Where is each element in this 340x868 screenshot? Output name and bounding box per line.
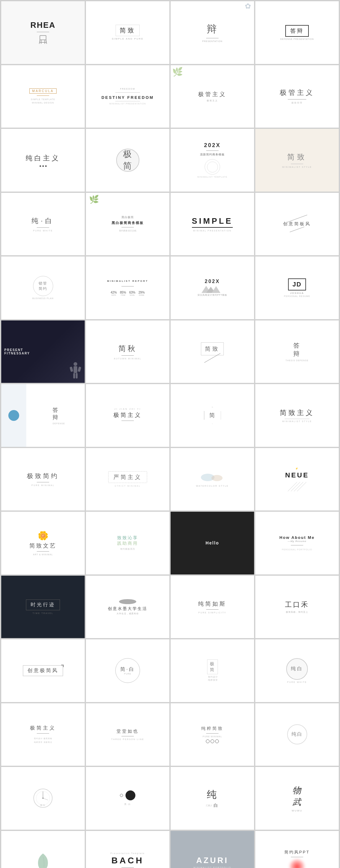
subtitle: 大学生活，感恩有你 xyxy=(117,612,139,615)
card-cnright[interactable]: 极管主义 极致管理 xyxy=(255,65,339,128)
cn-title: 答辩 xyxy=(293,341,301,358)
card-bach[interactable]: Presentation Template BACH CLASSIC MINIM… xyxy=(86,831,169,868)
figure-deco xyxy=(68,362,83,381)
cn-char: 锁管简约 xyxy=(39,281,47,291)
cn-title: 极简主义 xyxy=(30,725,56,732)
card-minimalist[interactable]: MINIMALIST REPORT 42%DATA 85%ITEM 63%GOA… xyxy=(86,256,169,319)
card-main-char: 辩 xyxy=(207,23,218,36)
card-chuangyijian[interactable]: 创意极简风 xyxy=(1,639,85,702)
circle-deco: 锁管简约 xyxy=(33,276,53,296)
card-dot-trio[interactable]: 黑·白 xyxy=(86,767,169,830)
cn-title: 纯粹简致 xyxy=(201,726,223,732)
card-chunbai3[interactable]: 纯白 xyxy=(255,703,339,766)
cn-title: 简·白 xyxy=(120,666,135,673)
card-jijian2[interactable]: JI JIAN ZHI YI 极简主义 xyxy=(86,384,169,447)
svg-rect-9 xyxy=(78,367,81,372)
card-chuncui[interactable]: 纯粹简致 PURE MINIMAL xyxy=(171,703,254,766)
card-jd[interactable]: JD JOSHUA PERSONAL RESUME xyxy=(255,256,339,319)
card-jijian3[interactable]: 极简 简约设计纯粹美学 xyxy=(171,639,254,702)
card-jianzhi-beige[interactable]: 简致 MINIMALIST STYLE xyxy=(255,129,339,192)
subtitle: AUTUMN MINIMAL xyxy=(114,358,141,360)
card-body: SIMPLE TEMPLATEMINIMAL DESIGN xyxy=(31,98,55,104)
card-jianqiu[interactable]: 简秋 AUTUMN MINIMAL xyxy=(86,320,169,383)
card-title: PRESENTFITNESSARY xyxy=(4,348,30,355)
card-ink-splash[interactable]: WATERCOLOR STYLE xyxy=(171,448,254,511)
card-gongkouhe[interactable]: 工口禾 极简风格，简约至上 xyxy=(255,576,339,639)
card-jianzhi3[interactable]: 简致主义 MINIMALIST STYLE xyxy=(255,384,339,447)
card-jianzhi2[interactable]: 简致 xyxy=(171,320,254,383)
card-chun[interactable]: 纯 汇丽人 白 xyxy=(171,767,254,830)
card-hello[interactable]: Hello xyxy=(171,512,254,575)
card-chunjian[interactable]: 纯简如斯 PURE SIMPLICITY xyxy=(171,576,254,639)
card-daban[interactable]: 答辩 DEFENSE PRESENTATION xyxy=(255,1,339,64)
card-jianzhi[interactable]: 简致 SIMPLE AND PURE xyxy=(86,1,169,64)
card-shuimo[interactable]: 创意水墨大学生活 大学生活，感恩有你 xyxy=(86,576,169,639)
card-daban3[interactable]: 答辩 DEFENSE xyxy=(1,384,85,447)
card-subtitle: 清新简约商务模板 xyxy=(200,153,225,157)
svg-rect-7 xyxy=(73,366,77,373)
name: JOSHUA xyxy=(290,292,304,294)
card-shiguang[interactable]: 时光行迹 TIME TRAVEL xyxy=(1,576,85,639)
card-cnplant[interactable]: 🌿 极管主义 极简主义 xyxy=(171,65,254,128)
initials: JD xyxy=(292,281,302,288)
card-azuri[interactable]: AZURI MINIMALIST PORTFOLIO xyxy=(171,831,254,868)
card-heibai[interactable]: 🌿 黑白极简 黑白极简商务模板 简约商务演示文稿 xyxy=(86,193,169,255)
leaf-icon: 🌿 xyxy=(89,195,99,204)
plant-icon: 🌿 xyxy=(172,67,183,77)
card-jijian4[interactable]: 极简主义 简约设计 极简风格 纯粹美学 清新简洁 xyxy=(1,703,85,766)
card-suoguan[interactable]: 锁管简约 BUSINESS PLAN xyxy=(1,256,85,319)
card-resume[interactable]: How About Me —My Resume PERSONAL PORTFOL… xyxy=(255,512,339,575)
card-marcula[interactable]: MARCULA SIMPLE TEMPLATEMINIMAL DESIGN xyxy=(1,65,85,128)
card-simple[interactable]: SIMPLE MINIMAL PRESENTATION xyxy=(171,193,254,255)
corner-deco xyxy=(61,665,64,667)
ink-splash-icon xyxy=(200,471,225,484)
cn-title: 极简主义 xyxy=(114,411,142,419)
card-title: RHEA xyxy=(30,21,56,30)
card-destiny[interactable]: FREEDOM DESTINY FREEDOM MINIMALIST PRESE… xyxy=(86,65,169,128)
card-chunbai2[interactable]: 纯白 PURE WHITE xyxy=(255,639,339,702)
cn-title: 简秋 xyxy=(118,344,137,353)
cn-title: 致致沁享 xyxy=(117,535,138,541)
card-202x[interactable]: 202X 清新简约商务模板 MINIMALIST TEMPLATE xyxy=(171,129,254,192)
red-blob xyxy=(289,859,305,868)
circle-deco xyxy=(205,159,220,175)
card-liubai[interactable]: 留白 xyxy=(1,767,85,830)
card-jijian[interactable]: 极简 xyxy=(86,129,169,192)
card-daban2[interactable]: 答辩 THESIS DEFENSE xyxy=(255,320,339,383)
card-tangtang[interactable]: 堂堂如也 THREE PERSON LINE xyxy=(86,703,169,766)
subtitle: 深沉风商设计简约PPT模板 xyxy=(197,293,227,297)
card-title: How About Me xyxy=(279,535,315,540)
cn-title: 时光行迹 xyxy=(31,602,55,607)
subtitle: MINIMALIST PORTFOLIO xyxy=(193,866,231,868)
card-neue[interactable]: ⚡ NEUE xyxy=(255,448,339,511)
flower-icon: 🌼 xyxy=(38,531,49,541)
cn-title: 严简主义 xyxy=(114,474,142,480)
card-jianzhi-art[interactable]: 🌼 简致文艺 ART & MINIMAL xyxy=(1,512,85,575)
grid-item: 清新简洁 xyxy=(43,741,52,744)
tree-icon xyxy=(200,284,225,293)
card-title: MINIMALIST REPORT xyxy=(107,280,148,282)
card-purity[interactable]: 纯白主义 xyxy=(1,129,85,192)
card-chunbai[interactable]: 纯·白 PURE WHITE xyxy=(1,193,85,255)
card-rhea[interactable]: RHEA xyxy=(1,1,85,64)
card-jian2[interactable]: 简 xyxy=(171,384,254,447)
card-watercolor-cn[interactable]: 致致沁享 践助商用 简约模板系列 xyxy=(86,512,169,575)
card-leaf-card[interactable] xyxy=(1,831,85,868)
floral-icon: ✿ xyxy=(245,2,251,10)
leaf-icon xyxy=(35,852,51,868)
card-jianbai[interactable]: 简·白 PURE xyxy=(86,639,169,702)
card-yanjian[interactable]: 严简主义 STRICT MINIMAL xyxy=(86,448,169,511)
dot-row xyxy=(120,790,135,800)
card-wuwu[interactable]: 物武 WUWU xyxy=(255,767,339,830)
subtitle: PURE MINIMAL xyxy=(32,484,55,486)
card-202x2[interactable]: 202X 深沉风商设计简约PPT模板 xyxy=(171,256,254,319)
card-bian[interactable]: ✿ 辩 PRESENTATION xyxy=(171,1,254,64)
card-chuangyi[interactable]: 创意简板风 xyxy=(255,193,339,255)
card-present[interactable]: PRESENTFITNESSARY xyxy=(1,320,85,383)
card-subtitle: SIMPLE AND PURE xyxy=(112,37,144,40)
card-jianfeng[interactable]: 简约风PPT xyxy=(255,831,339,868)
circle-container: 纯白 xyxy=(287,724,307,744)
subtitle: MINIMAL PRESENTATION xyxy=(193,229,231,232)
card-jizhi[interactable]: 极致简约 PURE MINIMAL xyxy=(1,448,85,511)
subtitle: WUWU xyxy=(292,809,303,812)
